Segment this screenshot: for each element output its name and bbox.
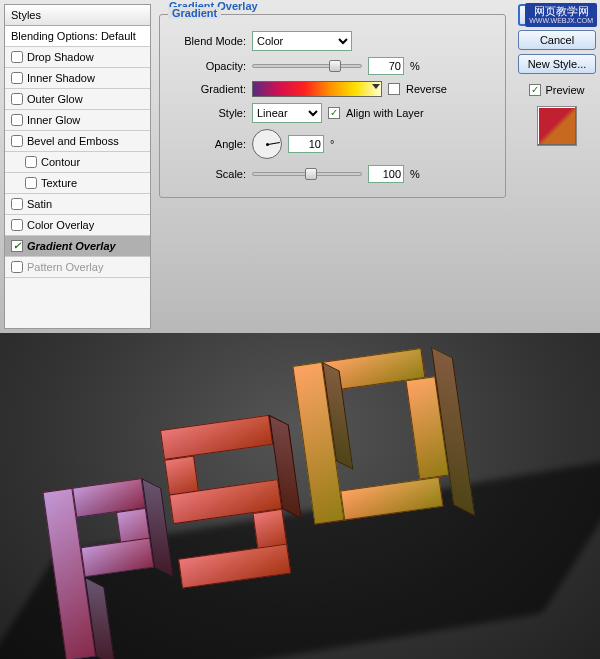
preview-row: Preview <box>529 84 584 96</box>
satin-checkbox[interactable] <box>11 198 23 210</box>
style-row-pattern-overlay[interactable]: Pattern Overlay <box>5 257 150 278</box>
reverse-label: Reverse <box>406 83 447 95</box>
style-row: Style: Linear Align with Layer <box>168 103 497 123</box>
align-label: Align with Layer <box>346 107 424 119</box>
style-row-gradient-overlay[interactable]: Gradient Overlay <box>5 236 150 257</box>
blend-mode-select[interactable]: Color <box>252 31 352 51</box>
inner-glow-label: Inner Glow <box>27 114 80 126</box>
style-row-contour[interactable]: Contour <box>5 152 150 173</box>
outer-glow-label: Outer Glow <box>27 93 83 105</box>
styles-header: Styles <box>5 5 150 26</box>
color-overlay-label: Color Overlay <box>27 219 94 231</box>
layer-style-dialog: Styles Blending Options: Default Drop Sh… <box>0 0 600 333</box>
gradient-row: Gradient: Reverse <box>168 81 497 97</box>
dialog-buttons: OK Cancel New Style... Preview <box>514 0 600 333</box>
opacity-slider[interactable] <box>252 64 362 68</box>
texture-checkbox[interactable] <box>25 177 37 189</box>
preview-swatch <box>537 106 577 146</box>
scale-label: Scale: <box>168 168 246 180</box>
scale-input[interactable] <box>368 165 404 183</box>
watermark-line2: WWW.WEBJX.COM <box>529 17 593 25</box>
blend-mode-label: Blend Mode: <box>168 35 246 47</box>
style-row-outer-glow[interactable]: Outer Glow <box>5 89 150 110</box>
gradient-overlay-settings: Gradient Overlay Gradient Blend Mode: Co… <box>151 0 514 333</box>
opacity-label: Opacity: <box>168 60 246 72</box>
color-overlay-checkbox[interactable] <box>11 219 23 231</box>
inner-shadow-label: Inner Shadow <box>27 72 95 84</box>
style-row-bevel-emboss[interactable]: Bevel and Emboss <box>5 131 150 152</box>
opacity-row: Opacity: % <box>168 57 497 75</box>
outer-glow-checkbox[interactable] <box>11 93 23 105</box>
letter-d <box>292 343 478 529</box>
watermark: 网页教学网 WWW.WEBJX.COM <box>525 3 597 27</box>
angle-unit: ° <box>330 138 334 150</box>
style-select[interactable]: Linear <box>252 103 322 123</box>
style-row-satin[interactable]: Satin <box>5 194 150 215</box>
gradient-overlay-checkbox[interactable] <box>11 240 23 252</box>
cancel-button[interactable]: Cancel <box>518 30 596 50</box>
style-row-drop-shadow[interactable]: Drop Shadow <box>5 47 150 68</box>
reverse-checkbox[interactable] <box>388 83 400 95</box>
scale-slider[interactable] <box>252 172 362 176</box>
gradient-overlay-label: Gradient Overlay <box>27 240 116 252</box>
align-checkbox[interactable] <box>328 107 340 119</box>
blend-mode-row: Blend Mode: Color <box>168 31 497 51</box>
gradient-label: Gradient: <box>168 83 246 95</box>
letter-s <box>160 412 311 589</box>
opacity-input[interactable] <box>368 57 404 75</box>
contour-label: Contour <box>41 156 80 168</box>
gradient-picker[interactable] <box>252 81 382 97</box>
style-row-inner-shadow[interactable]: Inner Shadow <box>5 68 150 89</box>
contour-checkbox[interactable] <box>25 156 37 168</box>
bevel-emboss-label: Bevel and Emboss <box>27 135 119 147</box>
gradient-group-title: Gradient <box>168 7 221 19</box>
chevron-down-icon[interactable] <box>372 84 380 89</box>
gradient-group: Gradient Blend Mode: Color Opacity: % Gr… <box>159 14 506 198</box>
opacity-slider-thumb[interactable] <box>329 60 341 72</box>
inner-glow-checkbox[interactable] <box>11 114 23 126</box>
new-style-button[interactable]: New Style... <box>518 54 596 74</box>
styles-list-panel: Styles Blending Options: Default Drop Sh… <box>4 4 151 329</box>
scale-slider-thumb[interactable] <box>305 168 317 180</box>
blending-options-row[interactable]: Blending Options: Default <box>5 26 150 47</box>
blending-options-label: Blending Options: Default <box>11 30 136 42</box>
angle-row: Angle: ° <box>168 129 497 159</box>
pattern-overlay-checkbox[interactable] <box>11 261 23 273</box>
gradient-strip[interactable] <box>252 81 382 97</box>
style-label: Style: <box>168 107 246 119</box>
inner-shadow-checkbox[interactable] <box>11 72 23 84</box>
texture-label: Texture <box>41 177 77 189</box>
scale-unit: % <box>410 168 420 180</box>
angle-label: Angle: <box>168 138 246 150</box>
result-preview <box>0 333 600 659</box>
satin-label: Satin <box>27 198 52 210</box>
preview-label: Preview <box>545 84 584 96</box>
pattern-overlay-label: Pattern Overlay <box>27 261 103 273</box>
preview-checkbox[interactable] <box>529 84 541 96</box>
angle-input[interactable] <box>288 135 324 153</box>
angle-dial[interactable] <box>252 129 282 159</box>
style-row-inner-glow[interactable]: Inner Glow <box>5 110 150 131</box>
style-row-texture[interactable]: Texture <box>5 173 150 194</box>
watermark-line1: 网页教学网 <box>529 5 593 17</box>
drop-shadow-checkbox[interactable] <box>11 51 23 63</box>
bevel-emboss-checkbox[interactable] <box>11 135 23 147</box>
style-row-color-overlay[interactable]: Color Overlay <box>5 215 150 236</box>
drop-shadow-label: Drop Shadow <box>27 51 94 63</box>
opacity-unit: % <box>410 60 420 72</box>
scale-row: Scale: % <box>168 165 497 183</box>
